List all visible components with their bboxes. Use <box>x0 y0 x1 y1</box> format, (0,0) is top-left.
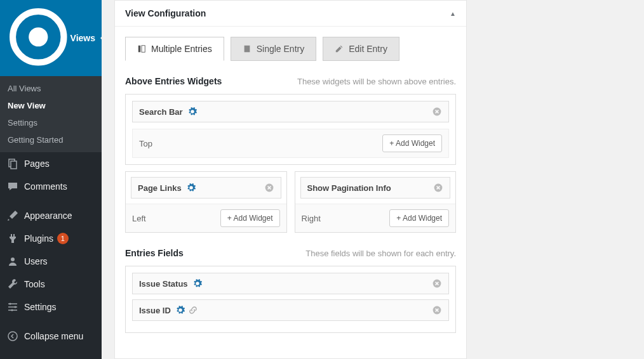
zone-right-footer: Right + Add Widget <box>295 204 456 232</box>
add-widget-button[interactable]: + Add Widget <box>382 134 442 152</box>
brush-icon <box>6 209 19 222</box>
sidebar-item-label: Pages <box>24 159 50 169</box>
svg-rect-11 <box>244 46 250 53</box>
sidebar-current-views[interactable]: Views <box>0 0 102 76</box>
gear-icon[interactable] <box>187 183 196 192</box>
zone-label: Left <box>132 214 146 223</box>
svg-point-1 <box>29 27 48 46</box>
widget-search-bar[interactable]: Search Bar <box>132 101 449 122</box>
submenu-new-view[interactable]: New View <box>0 97 102 114</box>
gear-icon[interactable] <box>176 306 185 315</box>
link-icon[interactable] <box>189 306 198 315</box>
sidebar-collapse[interactable]: Collapse menu <box>0 325 102 348</box>
sidebar-item-plugins[interactable]: Plugins 1 <box>0 227 102 250</box>
left-right-row: Page Links Left + Add Widget Show Pagina… <box>125 171 456 233</box>
widget-label: Search Bar <box>139 107 183 117</box>
section-title: Above Entries Widgets <box>125 76 222 86</box>
sidebar-current-label: Views <box>70 33 95 43</box>
svg-rect-3 <box>11 161 17 169</box>
svg-point-7 <box>11 309 13 311</box>
section-title: Entries Fields <box>125 248 184 258</box>
submenu-getting-started[interactable]: Getting Started <box>0 131 102 148</box>
view-tabs: Multiple Entries Single Entry Edit Entry <box>125 37 456 61</box>
plugins-badge: 1 <box>57 233 69 244</box>
single-entry-icon <box>243 44 252 53</box>
submenu-all-views[interactable]: All Views <box>0 80 102 97</box>
close-icon[interactable] <box>432 107 442 117</box>
comment-icon <box>6 180 19 193</box>
entries-fields-zone: Issue Status Issue ID <box>125 266 456 333</box>
panel-header[interactable]: View Configuration ▲ <box>115 1 466 27</box>
sidebar-item-label: Plugins <box>24 233 53 244</box>
main-content: View Configuration ▲ Multiple Entries Si… <box>102 0 644 359</box>
sidebar-collapse-label: Collapse menu <box>24 331 83 341</box>
sidebar-item-settings[interactable]: Settings <box>0 296 102 318</box>
field-issue-id[interactable]: Issue ID <box>132 299 449 321</box>
admin-sidebar: Views All Views New View Settings Gettin… <box>0 0 102 359</box>
widget-show-pagination-info[interactable]: Show Pagination Info <box>300 177 451 199</box>
widget-page-links[interactable]: Page Links <box>131 177 281 199</box>
add-widget-button[interactable]: + Add Widget <box>220 209 280 227</box>
svg-point-8 <box>8 332 17 341</box>
sidebar-current-arrow <box>100 32 107 44</box>
add-widget-button[interactable]: + Add Widget <box>389 209 449 227</box>
sidebar-item-label: Tools <box>24 279 45 289</box>
sidebar-item-appearance[interactable]: Appearance <box>0 204 102 227</box>
sidebar-item-comments[interactable]: Comments <box>0 175 102 198</box>
right-widget-zone: Show Pagination Info Right + Add Widget <box>295 171 457 233</box>
svg-rect-10 <box>142 46 145 53</box>
zone-label: Right <box>302 214 321 223</box>
user-icon <box>6 255 19 268</box>
panel-body: Multiple Entries Single Entry Edit Entry… <box>115 27 466 358</box>
widget-label: Page Links <box>138 183 182 193</box>
widget-label: Issue Status <box>139 279 188 289</box>
view-config-panel: View Configuration ▲ Multiple Entries Si… <box>114 0 467 359</box>
gear-icon[interactable] <box>193 279 202 288</box>
tab-label: Single Entry <box>257 44 304 54</box>
sidebar-item-label: Settings <box>24 302 57 312</box>
pages-icon <box>6 157 19 170</box>
widget-label: Show Pagination Info <box>307 183 391 193</box>
sidebar-submenu: All Views New View Settings Getting Star… <box>0 76 102 152</box>
submenu-settings[interactable]: Settings <box>0 114 102 131</box>
sidebar-item-tools[interactable]: Tools <box>0 273 102 296</box>
panel-title: View Configuration <box>125 8 206 18</box>
close-icon[interactable] <box>432 305 442 315</box>
svg-point-5 <box>10 303 11 304</box>
sidebar-item-users[interactable]: Users <box>0 250 102 273</box>
section-hint: These fields will be shown for each entr… <box>305 249 456 258</box>
widget-label: Issue ID <box>139 306 171 315</box>
left-widget-zone: Page Links Left + Add Widget <box>125 171 287 233</box>
tab-label: Edit Entry <box>349 44 387 54</box>
panel-toggle-icon[interactable]: ▲ <box>450 10 456 17</box>
close-icon[interactable] <box>432 278 442 289</box>
plug-icon <box>6 232 19 245</box>
svg-point-4 <box>11 258 15 261</box>
gear-icon[interactable] <box>188 107 197 116</box>
edit-entry-icon <box>335 44 344 53</box>
zone-left-footer: Left + Add Widget <box>126 204 286 232</box>
top-widget-zone: Search Bar Top + Add Widget <box>125 94 456 165</box>
section-hint: These widgets will be shown above entrie… <box>297 77 456 86</box>
sidebar-item-label: Comments <box>24 181 67 192</box>
sidebar-item-pages[interactable]: Pages <box>0 152 102 175</box>
sliders-icon <box>6 301 19 313</box>
sidebar-item-label: Appearance <box>24 211 72 221</box>
svg-point-6 <box>15 306 17 308</box>
close-icon[interactable] <box>264 183 274 193</box>
tab-label: Multiple Entries <box>151 44 212 54</box>
tab-single-entry[interactable]: Single Entry <box>231 37 316 61</box>
tab-edit-entry[interactable]: Edit Entry <box>323 37 399 61</box>
wrench-icon <box>6 278 19 290</box>
above-entries-heading: Above Entries Widgets These widgets will… <box>125 76 456 86</box>
sidebar-item-label: Users <box>24 256 48 266</box>
entries-fields-heading: Entries Fields These fields will be show… <box>125 248 456 258</box>
collapse-icon <box>6 330 19 343</box>
field-issue-status[interactable]: Issue Status <box>132 273 449 294</box>
zone-top-footer: Top + Add Widget <box>132 129 449 158</box>
close-icon[interactable] <box>433 183 443 193</box>
zone-label: Top <box>139 139 152 148</box>
svg-rect-9 <box>138 46 141 53</box>
views-icon <box>6 5 70 71</box>
tab-multiple-entries[interactable]: Multiple Entries <box>125 37 224 61</box>
